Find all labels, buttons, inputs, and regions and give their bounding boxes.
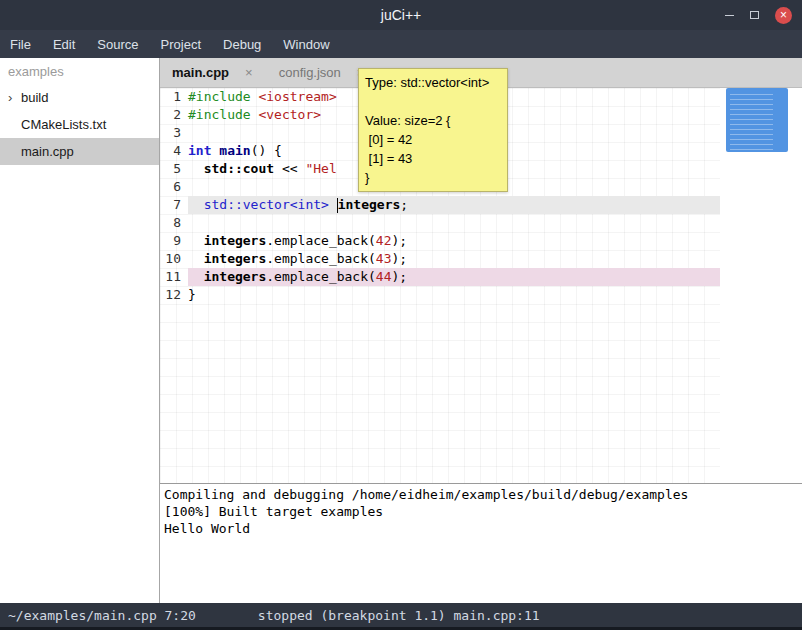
sidebar-item-label: build: [21, 90, 48, 105]
window-controls: ×: [725, 0, 792, 30]
menu-source[interactable]: Source: [86, 37, 149, 52]
code-token: [329, 197, 337, 212]
window-title: juCi++: [381, 7, 421, 23]
code-token: [188, 269, 204, 284]
line-number: 7: [160, 196, 188, 214]
code-line-8[interactable]: 8: [160, 214, 720, 232]
title-bar: juCi++ ×: [0, 0, 802, 30]
project-name: examples: [0, 58, 159, 84]
code-token: <vector>: [258, 107, 321, 122]
tooltip-line: [0] = 42: [365, 130, 501, 149]
sidebar-item-label: CMakeLists.txt: [21, 117, 106, 132]
code-token: ;: [400, 197, 408, 212]
main-area: examples ›buildCMakeLists.txtmain.cpp ma…: [0, 58, 802, 603]
menu-window[interactable]: Window: [272, 37, 340, 52]
sidebar-item-cmakelists-txt[interactable]: CMakeLists.txt: [0, 111, 159, 138]
tab-label: main.cpp: [172, 65, 229, 80]
code-token: 42: [376, 233, 392, 248]
app-window: juCi++ × FileEditSourceProjectDebugWindo…: [0, 0, 802, 630]
code-token: integers: [338, 197, 401, 212]
code-line-text: [188, 214, 720, 232]
code-line-text: }: [188, 286, 720, 304]
code-token: () {: [251, 143, 282, 158]
code-token: <iostream>: [258, 89, 336, 104]
code-token: 44: [376, 269, 392, 284]
tooltip-line: [1] = 43: [365, 149, 501, 168]
restore-button[interactable]: [750, 11, 759, 19]
menu-debug[interactable]: Debug: [212, 37, 272, 52]
line-number: 11: [160, 268, 188, 286]
status-debug-state: stopped (breakpoint 1.1) main.cpp:11: [258, 608, 540, 623]
line-number: 8: [160, 214, 188, 232]
code-token: .emplace_back(: [266, 251, 376, 266]
tab-close-icon[interactable]: ×: [245, 65, 253, 80]
line-number: 12: [160, 286, 188, 304]
close-button[interactable]: ×: [775, 7, 792, 24]
code-token: std::vector<int>: [204, 197, 329, 212]
code-token: 43: [376, 251, 392, 266]
code-token: .emplace_back(: [266, 269, 376, 284]
status-bar: ~/examples/main.cpp 7:20 stopped (breakp…: [0, 603, 802, 630]
code-token: int: [188, 143, 211, 158]
code-token: );: [392, 251, 408, 266]
terminal-line: Hello World: [164, 520, 798, 537]
menu-edit[interactable]: Edit: [42, 37, 86, 52]
tab-main-cpp[interactable]: main.cpp×: [172, 65, 253, 80]
restore-icon: [750, 11, 759, 19]
status-file-position: ~/examples/main.cpp 7:20: [8, 608, 196, 623]
line-number: 1: [160, 88, 188, 106]
terminal-line: Compiling and debugging /home/eidheim/ex…: [164, 486, 798, 503]
code-token: );: [392, 269, 408, 284]
file-tree-panel: examples ›buildCMakeLists.txtmain.cpp: [0, 58, 160, 603]
code-token: std::cout: [204, 161, 274, 176]
code-line-text: integers.emplace_back(42);: [188, 232, 720, 250]
menu-project[interactable]: Project: [150, 37, 212, 52]
tooltip-line: [365, 92, 501, 111]
tooltip-line: }: [365, 168, 501, 187]
code-token: [188, 251, 204, 266]
tooltip-line: Type: std::vector<int>: [365, 73, 501, 92]
sidebar-item-main-cpp[interactable]: main.cpp: [0, 138, 159, 165]
tooltip-line: Value: size=2 {: [365, 111, 501, 130]
line-number: 10: [160, 250, 188, 268]
chevron-right-icon[interactable]: ›: [8, 90, 21, 105]
tab-config-json[interactable]: config.json×: [279, 65, 365, 80]
code-token: [188, 161, 204, 176]
code-token: <<: [274, 161, 305, 176]
code-token: #include: [188, 89, 251, 104]
code-line-10[interactable]: 10 integers.emplace_back(43);: [160, 250, 720, 268]
code-token: );: [392, 233, 408, 248]
source-map[interactable]: [720, 88, 802, 483]
line-number: 5: [160, 160, 188, 178]
minimize-icon: [725, 15, 734, 16]
minimize-button[interactable]: [725, 15, 734, 16]
code-line-11[interactable]: 11 integers.emplace_back(44);: [160, 268, 720, 286]
sidebar-item-build[interactable]: ›build: [0, 84, 159, 111]
code-token: [188, 233, 204, 248]
source-map-viewport[interactable]: [726, 88, 788, 152]
code-line-9[interactable]: 9 integers.emplace_back(42);: [160, 232, 720, 250]
code-token: }: [188, 287, 196, 302]
line-number: 2: [160, 106, 188, 124]
code-token: integers: [204, 269, 267, 284]
code-line-text: integers.emplace_back(43);: [188, 250, 720, 268]
debug-value-tooltip: Type: std::vector<int>Value: size=2 { [0…: [358, 68, 508, 192]
code-token: [188, 197, 204, 212]
line-number: 6: [160, 178, 188, 196]
code-line-text: integers.emplace_back(44);: [188, 268, 720, 286]
code-line-7[interactable]: 7 std::vector<int> integers;: [160, 196, 720, 214]
tab-label: config.json: [279, 65, 341, 80]
editor-panel: main.cpp×config.json× 1#include <iostrea…: [160, 58, 802, 603]
code-token: #include: [188, 107, 251, 122]
terminal-output: Compiling and debugging /home/eidheim/ex…: [160, 484, 802, 603]
code-token: main: [219, 143, 250, 158]
line-number: 4: [160, 142, 188, 160]
menu-bar: FileEditSourceProjectDebugWindow: [0, 30, 802, 58]
code-line-12[interactable]: 12}: [160, 286, 720, 304]
code-line-text: std::vector<int> integers;: [188, 196, 720, 214]
file-tree: ›buildCMakeLists.txtmain.cpp: [0, 84, 159, 165]
line-number: 9: [160, 232, 188, 250]
code-token: "Hel: [305, 161, 336, 176]
code-token: integers: [204, 251, 267, 266]
menu-file[interactable]: File: [10, 37, 42, 52]
